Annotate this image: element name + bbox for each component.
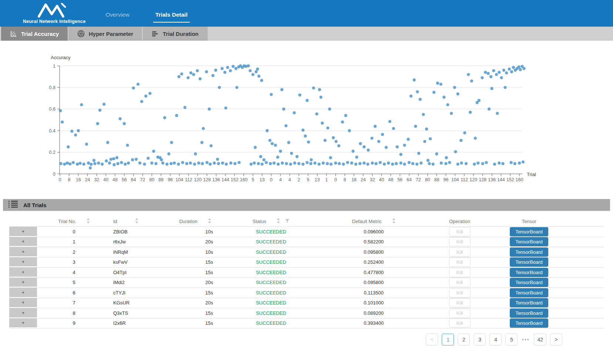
kill-button[interactable]: Kill (449, 237, 471, 246)
pagination-prev-button[interactable]: < (426, 334, 438, 346)
tensorboard-button[interactable]: TensorBoard (510, 257, 548, 267)
expand-row-button[interactable]: + (9, 288, 37, 298)
nav-tab-overview[interactable]: Overview (103, 9, 132, 23)
svg-text:2: 2 (297, 177, 300, 182)
tensorboard-button[interactable]: TensorBoard (510, 309, 548, 318)
pagination-page-button[interactable]: 1 (442, 334, 454, 346)
sort-icon[interactable] (392, 218, 395, 225)
svg-text:72: 72 (140, 177, 145, 182)
trial-id-cell: ksFwV (111, 259, 161, 265)
scatter-plot-icon (10, 30, 17, 37)
svg-text:40: 40 (379, 177, 384, 182)
sort-icon[interactable] (135, 218, 138, 225)
svg-text:136: 136 (212, 177, 220, 182)
tensorboard-button[interactable]: TensorBoard (510, 268, 548, 277)
tab-trial-accuracy[interactable]: Trial Accuracy (1, 27, 68, 41)
nav-tab-trials-detail[interactable]: Trials Detail (153, 9, 190, 23)
filter-icon[interactable] (285, 219, 289, 224)
svg-text:0: 0 (270, 177, 273, 182)
section-title: All Trials (23, 202, 47, 208)
tensorboard-button[interactable]: TensorBoard (510, 227, 548, 236)
tab-label: Hyper Parameter (89, 31, 133, 37)
expand-row-button[interactable]: + (9, 227, 37, 237)
pagination-last-page-button[interactable]: 42 (534, 334, 546, 346)
accuracy-chart-panel: 00.20.40.60.8108162432404856647280889610… (0, 50, 613, 187)
expand-row-button[interactable]: + (9, 278, 37, 288)
kill-button[interactable]: Kill (449, 318, 471, 328)
tensorboard-button[interactable]: TensorBoard (510, 278, 548, 287)
table-row: + 8 Q3xTS 15s SUCCEEDED 0.089200 Kill Te… (9, 308, 604, 318)
trial-no-cell: 4 (37, 270, 111, 275)
tensorboard-button[interactable]: TensorBoard (510, 298, 548, 307)
accuracy-chart[interactable]: 00.20.40.60.8108162432404856647280889610… (0, 50, 613, 187)
header-default-metric: Default Metric (313, 218, 435, 225)
svg-text:152: 152 (506, 177, 514, 182)
svg-text:5: 5 (252, 177, 254, 182)
nni-logo[interactable]: Neural Network Intelligence (23, 3, 85, 24)
sort-icon[interactable] (87, 218, 90, 225)
default-metric-cell: 0.477800 (313, 270, 435, 275)
kill-button[interactable]: Kill (449, 268, 471, 277)
kill-button[interactable]: Kill (449, 247, 471, 257)
kill-button[interactable]: Kill (449, 288, 471, 297)
sort-icon[interactable] (277, 218, 280, 225)
svg-text:96: 96 (168, 177, 173, 182)
sort-icon[interactable] (208, 218, 211, 225)
status-cell: SUCCEEDED (229, 239, 313, 245)
trial-no-cell: 3 (37, 259, 111, 265)
svg-text:Accuracy: Accuracy (51, 55, 71, 60)
trial-no-cell: 5 (37, 280, 111, 285)
svg-text:80: 80 (425, 177, 430, 182)
expand-row-button[interactable]: + (9, 298, 37, 308)
table-row: + 6 cTYJI 15s SUCCEEDED 0.113500 Kill Te… (9, 288, 604, 298)
header-status: Status (229, 218, 313, 225)
svg-text:0.4: 0.4 (49, 128, 55, 134)
expand-row-button[interactable]: + (9, 247, 37, 257)
expand-row-button[interactable]: + (9, 237, 37, 247)
kill-button[interactable]: Kill (449, 309, 471, 318)
svg-text:16: 16 (76, 177, 81, 182)
table-row: + 5 iMdi2 20s SUCCEEDED 0.095800 Kill Te… (9, 278, 604, 288)
expand-row-button[interactable]: + (9, 318, 37, 328)
default-metric-cell: 0.089200 (313, 310, 435, 316)
pagination-page-button[interactable]: 2 (458, 334, 470, 346)
header-trial-no: Trial No. (37, 218, 111, 225)
expand-row-button[interactable]: + (9, 308, 37, 318)
svg-text:112: 112 (461, 177, 468, 182)
expand-row-button[interactable]: + (9, 257, 37, 267)
pagination-page-button[interactable]: 3 (474, 334, 486, 346)
all-trials-header-bar: All Trials (3, 199, 610, 211)
tensorboard-button[interactable]: TensorBoard (510, 247, 548, 257)
status-cell: SUCCEEDED (229, 320, 313, 326)
expand-row-button[interactable]: + (9, 267, 37, 277)
svg-text:56: 56 (122, 177, 127, 182)
trial-id-cell: cTYJI (111, 290, 161, 296)
duration-cell: 15s (161, 290, 229, 296)
tensorboard-button[interactable]: TensorBoard (510, 237, 548, 246)
table-row: + 2 iNRqM 10s SUCCEEDED 0.095800 Kill Te… (9, 247, 604, 257)
logo-title: Neural Network Intelligence (23, 19, 85, 24)
tensorboard-button[interactable]: TensorBoard (510, 288, 548, 297)
svg-text:Trial: Trial (527, 172, 536, 177)
svg-text:0: 0 (59, 177, 61, 182)
default-metric-cell: 0.101000 (313, 300, 435, 306)
trial-id-cell: iNRqM (111, 249, 161, 255)
pagination-page-button[interactable]: 4 (489, 334, 502, 346)
status-cell: SUCCEEDED (229, 270, 313, 275)
trial-no-cell: 6 (37, 290, 111, 296)
pagination-page-button[interactable]: 5 (505, 334, 518, 346)
table-row: + 1 r6xJw 20s SUCCEEDED 0.582200 Kill Te… (9, 237, 604, 247)
wheel-icon (77, 30, 85, 37)
kill-button[interactable]: Kill (449, 257, 471, 267)
status-cell: SUCCEEDED (229, 249, 313, 255)
kill-button[interactable]: Kill (449, 227, 471, 236)
kill-button[interactable]: Kill (449, 298, 471, 307)
tab-trial-duration[interactable]: Trial Duration (143, 27, 208, 41)
trial-id-cell: r6xJw (111, 239, 161, 245)
pagination-next-button[interactable]: > (550, 334, 562, 346)
tab-hyper-parameter[interactable]: Hyper Parameter (68, 27, 142, 41)
svg-text:120: 120 (469, 177, 477, 182)
kill-button[interactable]: Kill (449, 278, 471, 287)
tensorboard-button[interactable]: TensorBoard (510, 318, 548, 328)
top-navbar: Neural Network Intelligence Overview Tri… (0, 0, 613, 27)
